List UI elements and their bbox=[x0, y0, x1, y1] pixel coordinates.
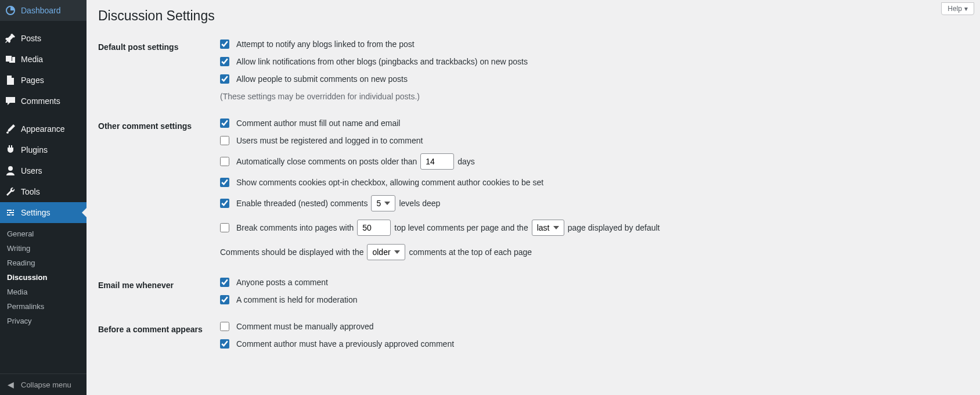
pin-icon bbox=[5, 33, 16, 44]
help-button[interactable]: Help ▾ bbox=[941, 2, 974, 15]
checkbox-auto-close-comments[interactable] bbox=[220, 157, 229, 166]
checkbox-prev-approved[interactable] bbox=[220, 339, 229, 349]
settings-icon bbox=[5, 207, 16, 218]
page-icon bbox=[5, 74, 16, 86]
plugin-icon bbox=[5, 144, 16, 156]
label-email-on-comment[interactable]: Anyone posts a comment bbox=[236, 278, 328, 287]
checkbox-email-on-comment[interactable] bbox=[220, 278, 229, 287]
label-order-post: comments at the top of each page bbox=[409, 247, 532, 257]
section-heading-default-post: Default post settings bbox=[98, 31, 214, 110]
label-allow-comments[interactable]: Allow people to submit comments on new p… bbox=[236, 74, 408, 84]
sidebar-item-tools[interactable]: Tools bbox=[0, 181, 87, 202]
checkbox-manual-approve[interactable] bbox=[220, 322, 229, 331]
sidebar-item-appearance[interactable]: Appearance bbox=[0, 119, 87, 139]
sidebar-item-label: Plugins bbox=[21, 145, 82, 155]
dashboard-icon bbox=[5, 5, 16, 16]
checkbox-allow-pingbacks[interactable] bbox=[220, 57, 229, 66]
sidebar-item-dashboard[interactable]: Dashboard bbox=[0, 0, 87, 21]
collapse-label: Collapse menu bbox=[21, 380, 71, 389]
default-post-note: (These settings may be overridden for in… bbox=[220, 92, 963, 101]
brush-icon bbox=[5, 123, 16, 135]
submenu-item-media[interactable]: Media bbox=[0, 285, 87, 299]
submenu-item-writing[interactable]: Writing bbox=[0, 241, 87, 256]
section-heading-before-appears: Before a comment appears bbox=[98, 313, 214, 357]
label-cookies-optin[interactable]: Show comments cookies opt-in checkbox, a… bbox=[236, 178, 543, 187]
label-notify-linked-blogs[interactable]: Attempt to notify any blogs linked to fr… bbox=[236, 40, 415, 49]
sidebar-item-users[interactable]: Users bbox=[0, 160, 87, 181]
label-prev-approved[interactable]: Comment author must have a previously ap… bbox=[236, 339, 454, 349]
sidebar-item-label: Pages bbox=[21, 76, 82, 85]
comment-icon bbox=[5, 95, 16, 107]
sidebar-item-pages[interactable]: Pages bbox=[0, 70, 87, 91]
admin-sidebar: Dashboard Posts Media Pages Comments App… bbox=[0, 0, 87, 395]
checkbox-require-registration[interactable] bbox=[220, 136, 229, 145]
chevron-down-icon: ▾ bbox=[964, 5, 968, 13]
submenu-item-permalinks[interactable]: Permalinks bbox=[0, 299, 87, 314]
label-manual-approve[interactable]: Comment must be manually approved bbox=[236, 322, 374, 331]
label-allow-pingbacks[interactable]: Allow link notifications from other blog… bbox=[236, 57, 528, 66]
sidebar-item-label: Dashboard bbox=[21, 6, 82, 15]
sidebar-item-media[interactable]: Media bbox=[0, 49, 87, 70]
checkbox-allow-comments[interactable] bbox=[220, 74, 229, 84]
label-email-on-moderation[interactable]: A comment is held for moderation bbox=[236, 295, 358, 304]
submenu-item-reading[interactable]: Reading bbox=[0, 256, 87, 270]
label-require-name-email[interactable]: Comment author must fill out name and em… bbox=[236, 119, 400, 128]
submenu-item-general[interactable]: General bbox=[0, 227, 87, 241]
user-icon bbox=[5, 165, 16, 177]
submenu-item-privacy[interactable]: Privacy bbox=[0, 314, 87, 328]
sidebar-item-posts[interactable]: Posts bbox=[0, 28, 87, 49]
label-order-pre: Comments should be displayed with the bbox=[220, 247, 363, 257]
sidebar-item-label: Tools bbox=[21, 187, 82, 196]
sidebar-item-comments[interactable]: Comments bbox=[0, 91, 87, 112]
label-paginate-post: page displayed by default bbox=[568, 223, 660, 232]
label-paginate-pre[interactable]: Break comments into pages with bbox=[236, 223, 354, 232]
sidebar-item-plugins[interactable]: Plugins bbox=[0, 139, 87, 160]
help-label: Help bbox=[947, 5, 962, 13]
checkbox-email-on-moderation[interactable] bbox=[220, 295, 229, 304]
settings-submenu: General Writing Reading Discussion Media… bbox=[0, 223, 87, 332]
collapse-icon: ◀ bbox=[5, 379, 16, 390]
sidebar-item-settings[interactable]: Settings bbox=[0, 202, 87, 223]
label-auto-close-post: days bbox=[457, 157, 475, 166]
sidebar-item-label: Media bbox=[21, 55, 82, 64]
sidebar-item-label: Appearance bbox=[21, 124, 82, 134]
main-content: Help ▾ Discussion Settings Default post … bbox=[87, 0, 980, 395]
label-threaded-pre[interactable]: Enable threaded (nested) comments bbox=[236, 199, 368, 208]
label-paginate-mid: top level comments per page and the bbox=[394, 223, 528, 232]
sidebar-item-label: Settings bbox=[21, 208, 82, 217]
wrench-icon bbox=[5, 186, 16, 198]
checkbox-notify-linked-blogs[interactable] bbox=[220, 40, 229, 49]
page-title: Discussion Settings bbox=[98, 0, 968, 26]
select-default-page[interactable]: last bbox=[532, 220, 564, 236]
checkbox-require-name-email[interactable] bbox=[220, 119, 229, 128]
settings-form: Default post settings Attempt to notify … bbox=[98, 31, 968, 357]
collapse-menu-button[interactable]: ◀ Collapse menu bbox=[0, 374, 87, 395]
label-auto-close-pre[interactable]: Automatically close comments on posts ol… bbox=[236, 157, 417, 166]
checkbox-threaded-comments[interactable] bbox=[220, 199, 229, 208]
sidebar-item-label: Posts bbox=[21, 34, 82, 43]
media-icon bbox=[5, 53, 16, 65]
checkbox-cookies-optin[interactable] bbox=[220, 178, 229, 187]
section-heading-other-comment: Other comment settings bbox=[98, 110, 214, 269]
input-comments-per-page[interactable] bbox=[357, 220, 391, 236]
sidebar-item-label: Comments bbox=[21, 96, 82, 106]
label-threaded-post: levels deep bbox=[399, 199, 440, 208]
submenu-item-discussion[interactable]: Discussion bbox=[0, 270, 87, 285]
section-heading-email-me: Email me whenever bbox=[98, 269, 214, 313]
input-close-days[interactable] bbox=[420, 153, 454, 170]
select-comment-order[interactable]: older bbox=[367, 244, 405, 260]
select-thread-depth[interactable]: 5 bbox=[371, 195, 395, 211]
label-require-registration[interactable]: Users must be registered and logged in t… bbox=[236, 136, 423, 145]
checkbox-paginate-comments[interactable] bbox=[220, 223, 229, 232]
sidebar-item-label: Users bbox=[21, 166, 82, 175]
